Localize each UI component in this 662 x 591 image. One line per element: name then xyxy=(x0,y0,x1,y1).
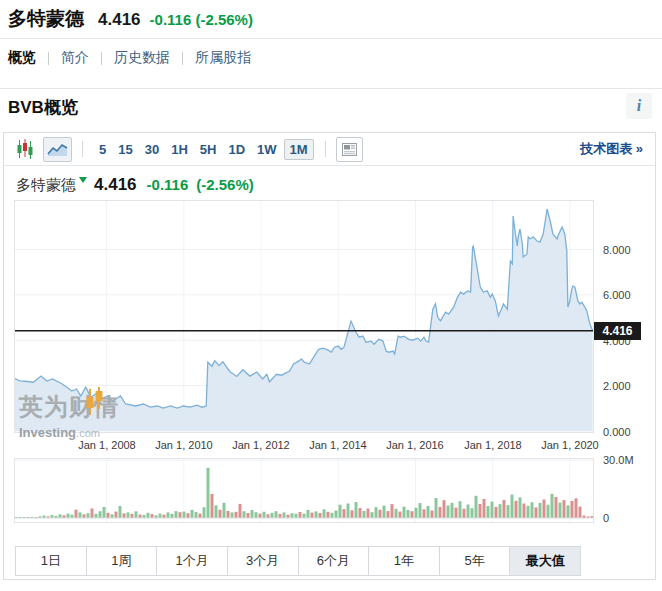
chart-change-percent: (-2.56%) xyxy=(196,176,254,193)
divider xyxy=(0,38,662,39)
symbol-price: 4.416 xyxy=(98,10,141,30)
range-1w[interactable]: 1周 xyxy=(86,546,158,576)
range-1d[interactable]: 1日 xyxy=(15,546,87,576)
range-5y[interactable]: 5年 xyxy=(439,546,511,576)
range-1y[interactable]: 1年 xyxy=(368,546,440,576)
info-icon[interactable]: i xyxy=(626,93,652,119)
toolbar-separator xyxy=(82,141,83,157)
tab-separator xyxy=(101,52,102,65)
interval-1w[interactable]: 1W xyxy=(252,140,282,159)
area-chart-icon xyxy=(47,142,68,157)
volume-zero-label: 0 xyxy=(603,512,609,524)
chart-toolbar: 5 15 30 1H 5H 1D 1W 1M 技术图表 » xyxy=(4,133,655,166)
technical-chart-link[interactable]: 技术图表 » xyxy=(580,140,643,158)
interval-30[interactable]: 30 xyxy=(140,140,164,159)
section-title: BVB概览 xyxy=(8,96,78,119)
interval-5[interactable]: 5 xyxy=(94,140,111,159)
x-axis-label: Jan 1, 2012 xyxy=(226,439,296,451)
chart-symbol-header: 多特蒙德 4.416 -0.116 (-2.56%) xyxy=(16,175,262,195)
interval-5h[interactable]: 5H xyxy=(195,140,222,159)
symbol-name: 多特蒙德 xyxy=(8,6,84,32)
x-axis-label: Jan 1, 2020 xyxy=(535,439,605,451)
price-down-arrow-icon xyxy=(79,177,87,183)
toolbar-separator xyxy=(325,141,326,157)
y-axis-label: 2.000 xyxy=(603,380,631,392)
y-axis-label: 0.000 xyxy=(603,426,631,438)
volume-bar-chart[interactable] xyxy=(14,458,595,524)
area-chart-button[interactable] xyxy=(43,137,72,162)
tab-separator xyxy=(48,52,49,65)
last-price-badge: 4.416 xyxy=(594,322,641,340)
x-axis-label: Jan 1, 2018 xyxy=(458,439,528,451)
interval-15[interactable]: 15 xyxy=(113,140,137,159)
tab-overview[interactable]: 概览 xyxy=(8,49,36,67)
tab-historical-data[interactable]: 历史数据 xyxy=(114,49,170,67)
chart-widget: 5 15 30 1H 5H 1D 1W 1M 技术图表 » 多特蒙德 4.416… xyxy=(3,132,656,580)
symbol-change-percent: (-2.56%) xyxy=(195,11,253,28)
x-axis-label: Jan 1, 2008 xyxy=(72,439,142,451)
candlestick-icon xyxy=(17,139,33,159)
volume-max-label: 30.0M xyxy=(603,454,634,466)
symbol-header: 多特蒙德 4.416 -0.116 (-2.56%) xyxy=(8,6,253,32)
tab-profile[interactable]: 简介 xyxy=(61,49,89,67)
interval-1m[interactable]: 1M xyxy=(284,139,314,160)
chart-change-value: -0.116 xyxy=(147,176,189,193)
candlestick-chart-button[interactable] xyxy=(16,138,34,160)
range-max[interactable]: 最大值 xyxy=(509,546,581,576)
news-panel-button[interactable] xyxy=(336,137,363,162)
news-icon xyxy=(342,143,357,156)
range-buttons: 1日 1周 1个月 3个月 6个月 1年 5年 最大值 xyxy=(15,546,581,576)
tab-indices[interactable]: 所属股指 xyxy=(195,49,251,67)
divider xyxy=(0,88,662,89)
symbol-change-value: -0.116 xyxy=(150,11,192,28)
y-axis-label: 8.000 xyxy=(603,244,631,256)
symbol-change: -0.116 (-2.56%) xyxy=(150,11,253,28)
range-3mo[interactable]: 3个月 xyxy=(227,546,299,576)
price-area-chart[interactable] xyxy=(14,200,595,434)
interval-1d[interactable]: 1D xyxy=(223,140,250,159)
x-axis-label: Jan 1, 2010 xyxy=(149,439,219,451)
x-axis-label: Jan 1, 2014 xyxy=(303,439,373,451)
chart-symbol-name: 多特蒙德 xyxy=(16,176,76,195)
range-1mo[interactable]: 1个月 xyxy=(156,546,228,576)
range-6mo[interactable]: 6个月 xyxy=(298,546,370,576)
tab-separator xyxy=(182,52,183,65)
nav-tabs: 概览 简介 历史数据 所属股指 xyxy=(8,47,251,69)
interval-1h[interactable]: 1H xyxy=(166,140,193,159)
y-axis-label: 6.000 xyxy=(603,289,631,301)
chart-last-price: 4.416 xyxy=(94,175,137,195)
x-axis-label: Jan 1, 2016 xyxy=(380,439,450,451)
